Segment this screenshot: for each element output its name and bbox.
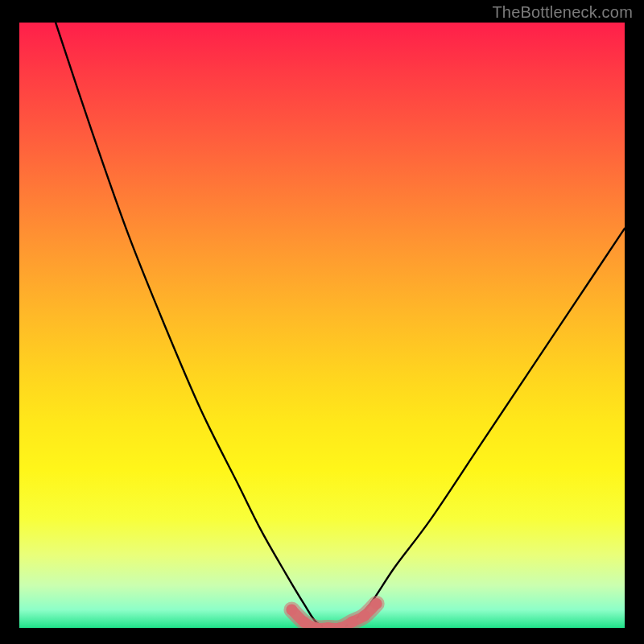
bottleneck-curve-path	[56, 23, 625, 628]
valley-dot	[298, 616, 309, 627]
valley-dot	[286, 604, 297, 615]
plot-area	[19, 23, 625, 628]
bottleneck-curve-svg	[19, 23, 625, 628]
valley-dot	[371, 598, 382, 609]
chart-frame: TheBottleneck.com	[0, 0, 644, 644]
watermark-text: TheBottleneck.com	[492, 3, 633, 22]
valley-dot	[359, 610, 370, 621]
valley-dot	[347, 616, 358, 627]
